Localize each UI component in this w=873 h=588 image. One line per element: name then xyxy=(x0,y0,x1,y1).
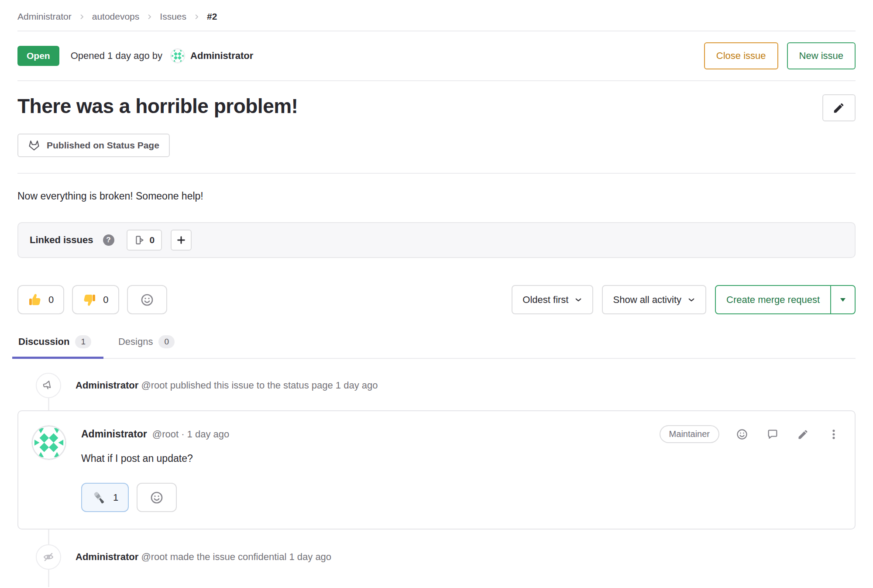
system-note-author[interactable]: Administrator xyxy=(76,380,138,391)
thumbs-up-button[interactable]: 0 xyxy=(17,285,64,314)
controls-row: 0 0 Oldest first Show a xyxy=(17,285,856,314)
tanuki-icon xyxy=(28,139,40,151)
linked-issues-count: 0 xyxy=(150,235,155,245)
chevron-down-icon xyxy=(687,296,695,304)
comment-awards: 1 xyxy=(81,483,842,512)
edit-title-button[interactable] xyxy=(822,94,856,121)
plus-icon xyxy=(176,235,186,245)
tab-designs-count: 0 xyxy=(158,335,175,348)
linked-issues-card: Linked issues ? 0 xyxy=(17,222,856,258)
linked-issues-count-pill[interactable]: 0 xyxy=(127,230,162,251)
title-row: There was a horrible problem! xyxy=(17,94,856,121)
breadcrumb-group[interactable]: Administrator xyxy=(17,11,72,22)
comment-header: Administrator @root · 1 day ago Maintain… xyxy=(81,425,842,443)
system-note-author[interactable]: Administrator xyxy=(76,551,138,562)
issue-type-icon xyxy=(134,234,145,246)
comment-more-actions-button[interactable] xyxy=(826,426,842,442)
smiley-icon xyxy=(736,428,748,440)
chevron-down-icon xyxy=(574,296,582,304)
comment-meta: @root · 1 day ago xyxy=(152,429,229,440)
caret-down-icon xyxy=(839,297,846,302)
pencil-icon xyxy=(832,101,846,114)
new-issue-button[interactable]: New issue xyxy=(787,42,856,69)
open-status-badge: Open xyxy=(17,46,59,66)
microphone-icon xyxy=(92,490,107,505)
close-issue-button[interactable]: Close issue xyxy=(704,42,778,69)
thumbs-down-icon xyxy=(82,293,96,307)
status-page-badge-label: Published on Status Page xyxy=(47,140,159,151)
tab-discussion[interactable]: Discussion 1 xyxy=(17,335,92,358)
smiley-icon xyxy=(140,293,154,307)
breadcrumb: Administrator autodevops Issues #2 xyxy=(17,0,856,22)
thumbs-up-icon xyxy=(28,293,42,307)
chevron-right-icon xyxy=(193,14,200,20)
comment-card: Administrator @root · 1 day ago Maintain… xyxy=(17,410,856,530)
sort-dropdown[interactable]: Oldest first xyxy=(512,285,593,314)
linked-issues-title: Linked issues xyxy=(30,234,93,246)
issue-description: Now everything is broken! Someone help! xyxy=(17,190,856,202)
issue-author-name[interactable]: Administrator xyxy=(190,50,253,62)
add-reaction-button[interactable] xyxy=(127,285,167,314)
reply-in-thread-button[interactable] xyxy=(765,426,780,442)
create-merge-request-split-button: Create merge request xyxy=(715,285,856,314)
mic-reaction-button[interactable]: 1 xyxy=(81,483,129,512)
create-merge-request-caret[interactable] xyxy=(830,286,855,313)
chevron-right-icon xyxy=(146,14,153,20)
breadcrumb-issue-number: #2 xyxy=(207,11,217,22)
issue-title: There was a horrible problem! xyxy=(17,94,298,118)
pencil-icon xyxy=(797,428,809,440)
mic-reaction-count: 1 xyxy=(113,492,118,503)
award-group: 0 0 xyxy=(17,285,167,314)
avatar[interactable] xyxy=(31,425,66,460)
divider xyxy=(17,80,856,81)
add-linked-issue-button[interactable] xyxy=(171,230,192,251)
discussion-tabs: Discussion 1 Designs 0 xyxy=(17,335,856,359)
tab-discussion-count: 1 xyxy=(75,335,91,348)
kebab-menu-icon xyxy=(828,428,840,440)
edit-comment-button[interactable] xyxy=(795,426,811,442)
comment-body: What if I post an update? xyxy=(81,453,842,464)
issue-page: Administrator autodevops Issues #2 Open … xyxy=(0,0,873,588)
system-note-text: Administrator @root made the issue confi… xyxy=(76,551,331,563)
opened-prefix: Opened 1 day ago by xyxy=(71,50,162,62)
chevron-right-icon xyxy=(79,14,85,20)
tab-designs-label: Designs xyxy=(118,336,153,347)
help-icon[interactable]: ? xyxy=(103,234,114,246)
avatar[interactable] xyxy=(170,48,185,63)
comment-author[interactable]: Administrator xyxy=(81,428,147,440)
breadcrumb-issues[interactable]: Issues xyxy=(160,11,186,22)
thumbs-down-count: 0 xyxy=(103,294,108,306)
breadcrumb-project[interactable]: autodevops xyxy=(92,11,140,22)
status-page-badge: Published on Status Page xyxy=(17,134,170,157)
eye-slash-icon xyxy=(36,544,61,570)
issue-status-bar: Open Opened 1 day ago by Administrator xyxy=(17,31,856,80)
system-note-published: Administrator @root published this issue… xyxy=(17,373,856,398)
system-note-body: @root published this issue to the status… xyxy=(141,380,378,391)
smiley-icon xyxy=(150,491,164,505)
comment-add-award-button[interactable] xyxy=(137,483,177,512)
activity-filter-label: Show all activity xyxy=(613,294,681,306)
thumbs-up-count: 0 xyxy=(48,294,54,306)
tab-designs[interactable]: Designs 0 xyxy=(117,335,175,358)
tab-discussion-label: Discussion xyxy=(18,336,69,347)
discussion-timeline: Administrator @root published this issue… xyxy=(17,373,856,570)
activity-filter-dropdown[interactable]: Show all activity xyxy=(602,285,706,314)
discussion-controls: Oldest first Show all activity Create me… xyxy=(512,285,856,314)
system-note-body: @root made the issue confidential 1 day … xyxy=(141,551,331,562)
comment-bubble-icon xyxy=(766,428,779,440)
sort-dropdown-label: Oldest first xyxy=(522,294,568,306)
megaphone-icon xyxy=(36,373,61,398)
thumbs-down-button[interactable]: 0 xyxy=(72,285,119,314)
system-note-text: Administrator @root published this issue… xyxy=(76,380,378,391)
role-badge: Maintainer xyxy=(660,425,719,443)
comment-add-reaction-button[interactable] xyxy=(734,426,750,442)
divider xyxy=(17,173,856,174)
opened-meta: Opened 1 day ago by Administrator xyxy=(71,48,254,63)
system-note-confidential: Administrator @root made the issue confi… xyxy=(17,544,856,570)
create-merge-request-button[interactable]: Create merge request xyxy=(716,286,830,313)
